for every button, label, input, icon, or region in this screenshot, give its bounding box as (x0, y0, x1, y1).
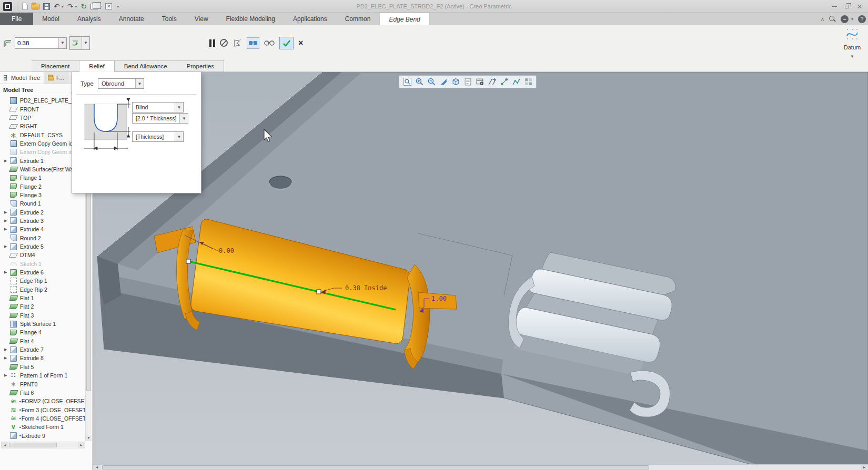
ribbon-tab[interactable]: View (186, 13, 217, 25)
tree-item[interactable]: ▶ Extrude 2 (0, 208, 86, 216)
tree-item[interactable]: ▪ FORM2 (CLOSE_OFFSET_DIE (0, 397, 86, 405)
tree-item[interactable]: Flat 2 (0, 302, 86, 311)
account-icon[interactable]: – (841, 15, 849, 23)
dashboard-tab[interactable]: Relief (79, 60, 114, 72)
display-style-icon[interactable] (450, 77, 461, 87)
dashboard-tab[interactable]: Placement (32, 60, 79, 72)
tree-item[interactable]: Sketch 1 (0, 260, 86, 268)
tab-folder-browser[interactable]: F... (44, 72, 68, 84)
tree-vscroll-down-icon[interactable]: ▼ (86, 435, 92, 441)
bend-handle-start[interactable] (186, 259, 190, 263)
window-manager-icon[interactable] (90, 4, 98, 9)
minimize-button[interactable] (828, 0, 841, 13)
expand-arrow-icon[interactable]: ▶ (4, 348, 9, 352)
expand-arrow-icon[interactable]: ▶ (4, 210, 9, 214)
bend-side-dropdown-icon[interactable]: ▼ (82, 37, 89, 49)
collapse-ribbon-icon[interactable]: ∧ (821, 16, 824, 22)
vp-scroll-thumb[interactable] (102, 465, 649, 469)
expand-arrow-icon[interactable]: ▶ (4, 227, 9, 231)
ribbon-tab[interactable]: Flexible Modeling (217, 13, 284, 25)
restore-button[interactable] (841, 0, 853, 13)
grid-options-icon[interactable] (523, 77, 533, 87)
viewport-horizontal-scrollbar[interactable]: ◄ ► (93, 464, 868, 470)
annotation-display-icon[interactable] (499, 77, 509, 87)
dashboard-tab[interactable]: Properties (177, 60, 224, 72)
tree-item[interactable]: ▶ Extrude 5 (0, 242, 86, 251)
tree-item[interactable]: Flat 6 (0, 389, 86, 397)
redo-icon[interactable]: ↷ (67, 3, 74, 10)
ribbon-tab[interactable]: Tools (153, 13, 186, 25)
bend-side-button[interactable]: ▼ (69, 36, 90, 50)
close-window-icon[interactable]: ✕ (105, 3, 112, 9)
tree-item[interactable]: Round 2 (0, 234, 86, 242)
tree-item[interactable]: ▶ Extrude 4 (0, 225, 86, 233)
cancel-icon[interactable]: × (298, 39, 303, 47)
datum-display-icon[interactable] (487, 77, 497, 87)
ribbon-tab[interactable]: File (0, 13, 33, 25)
tree-item[interactable]: ▶ Extrude 3 (0, 217, 86, 225)
account-dropdown-icon[interactable]: ▾ (851, 17, 853, 22)
capture-icon[interactable] (475, 77, 485, 87)
relief-depth-dropdown-icon[interactable]: ▼ (179, 114, 188, 123)
expand-arrow-icon[interactable]: ▶ (4, 373, 9, 377)
new-icon[interactable] (22, 3, 28, 10)
tree-item[interactable]: ▶ Extrude 8 (0, 354, 86, 362)
datum-dropdown-icon[interactable]: ▼ (840, 54, 865, 59)
tab-model-tree[interactable]: Model Tree (0, 72, 44, 84)
tree-item[interactable]: Edge Rip 2 (0, 285, 86, 294)
relief-type-combobox[interactable]: Obround ▼ (98, 78, 144, 89)
relief-width-combobox[interactable]: [Thickness] ▼ (132, 131, 184, 142)
tree-item[interactable]: Split Surface 1 (0, 320, 86, 328)
tree-item[interactable]: Flat 3 (0, 311, 86, 320)
relief-depth-type-dropdown-icon[interactable]: ▼ (175, 103, 183, 112)
open-icon[interactable] (32, 4, 39, 9)
dimension-left[interactable]: 0.00 (219, 247, 234, 254)
ribbon-tab[interactable]: Annotate (110, 13, 153, 25)
zoom-region-icon[interactable] (402, 77, 412, 87)
vp-scroll-left-icon[interactable]: ◄ (93, 465, 100, 470)
ribbon-tab[interactable]: Common (336, 13, 380, 25)
attached-preview-toggle[interactable] (247, 37, 259, 49)
repaint-icon[interactable] (438, 77, 449, 87)
tree-item[interactable]: Flat 4 (0, 337, 86, 345)
help-icon[interactable]: ? (858, 15, 866, 23)
expand-arrow-icon[interactable]: ▶ (4, 159, 9, 163)
3d-model-view[interactable]: 0.00 0.38 Inside 1.00 (93, 72, 868, 470)
tree-item[interactable]: ▪ Extrude 9 (0, 431, 86, 440)
redo-dropdown-icon[interactable]: ▾ (75, 4, 77, 9)
relief-depth-combobox[interactable]: [2.0 * Thickness] ▼ (132, 113, 188, 124)
bend-radius-dropdown-icon[interactable]: ▼ (58, 38, 66, 48)
tree-hscroll-right-icon[interactable]: ► (78, 442, 85, 448)
search-icon[interactable] (829, 16, 836, 23)
datum-group[interactable]: Datum ▼ (840, 27, 865, 59)
ribbon-tab[interactable]: Applications (284, 13, 336, 25)
bend-radius-input[interactable] (15, 38, 58, 48)
vp-scroll-right-icon[interactable]: ► (861, 465, 868, 470)
tree-item[interactable]: ▪ Form 3 (CLOSE_OFFSET_DIE_ (0, 405, 86, 414)
no-preview-icon[interactable] (220, 39, 228, 47)
tree-item[interactable]: Edge Rip 1 (0, 277, 86, 285)
zoom-out-icon[interactable] (426, 77, 437, 87)
graphics-area[interactable]: 0.00 0.38 Inside 1.00 (93, 72, 868, 470)
tree-hscroll-thumb[interactable] (9, 443, 57, 447)
verify-icon[interactable] (264, 39, 275, 46)
tree-hscroll-left-icon[interactable]: ◄ (2, 442, 8, 448)
dimension-right[interactable]: 1.00 (431, 295, 447, 302)
undo-dropdown-icon[interactable]: ▾ (62, 4, 64, 9)
ribbon-tab[interactable]: Edge Bend (379, 13, 429, 25)
expand-arrow-icon[interactable]: ▶ (4, 244, 9, 249)
expand-arrow-icon[interactable]: ▶ (4, 270, 9, 274)
ok-button[interactable] (279, 37, 294, 49)
creo-app-icon[interactable] (3, 2, 12, 11)
relief-type-dropdown-icon[interactable]: ▼ (135, 79, 144, 88)
tree-item[interactable]: Flange 4 (0, 328, 86, 336)
close-button[interactable]: ✕ (853, 0, 866, 13)
tree-item[interactable]: ▪ Form 4 (CLOSE_OFFSET_DIE_ (0, 414, 86, 423)
tree-item[interactable]: DTM4 (0, 251, 86, 259)
zoom-in-icon[interactable] (414, 77, 425, 87)
tree-item[interactable]: FPNT0 (0, 380, 86, 388)
save-icon[interactable] (43, 3, 50, 10)
feature-preview-icon[interactable] (233, 38, 242, 48)
ribbon-tab[interactable]: Analysis (68, 13, 110, 25)
tree-item[interactable]: Round 1 (0, 199, 86, 208)
